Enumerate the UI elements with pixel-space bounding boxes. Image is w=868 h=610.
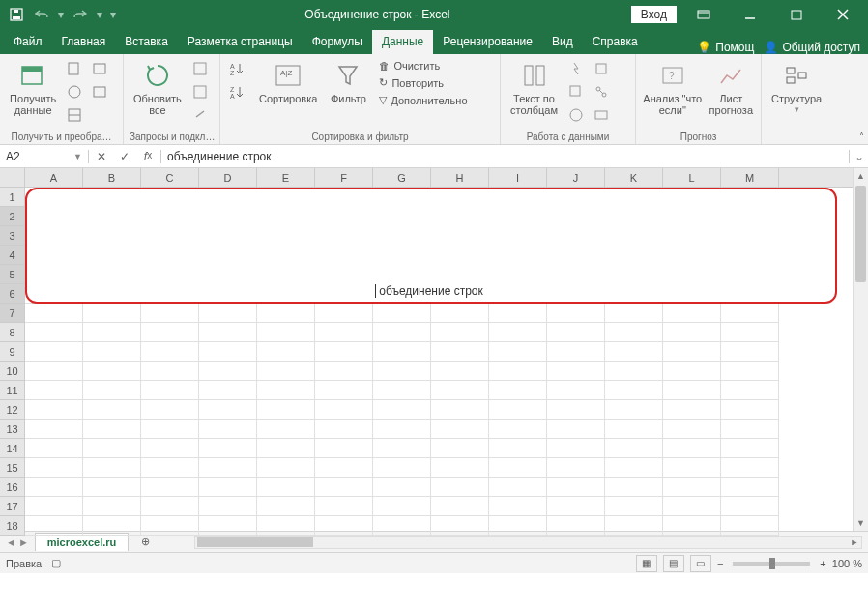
cell-G7[interactable] [373,304,431,323]
col-header-C[interactable]: C [141,168,199,187]
minimize-icon[interactable] [731,0,769,29]
data-validation-icon[interactable] [565,104,587,126]
cell-F9[interactable] [315,342,373,362]
cell-G18[interactable] [373,516,431,536]
cell-D12[interactable] [199,400,257,420]
redo-icon[interactable] [70,4,91,25]
cell-M10[interactable] [721,362,779,381]
ribbon-display-icon[interactable] [684,0,723,29]
cell-M12[interactable] [721,400,779,420]
text-to-columns-button[interactable]: Текст по столбцам [506,58,562,118]
cell-A11[interactable] [25,381,83,400]
col-header-A[interactable]: A [25,168,83,187]
cell-M7[interactable] [721,304,779,323]
cell-C12[interactable] [141,400,199,420]
row-header-18[interactable]: 18 [0,516,25,536]
row-header-6[interactable]: 6 [0,284,25,304]
cell-E14[interactable] [257,439,315,458]
cell-C11[interactable] [141,381,199,400]
tab-data[interactable]: Данные [372,30,433,54]
cell-L8[interactable] [663,323,721,342]
cell-C15[interactable] [141,458,199,478]
cell-E15[interactable] [257,458,315,478]
cell-M17[interactable] [721,497,779,516]
tab-formulas[interactable]: Формулы [303,30,372,54]
cell-M8[interactable] [721,323,779,342]
cell-I7[interactable] [489,304,547,323]
row-header-8[interactable]: 8 [0,323,25,342]
cell-A12[interactable] [25,400,83,420]
undo-icon[interactable] [31,4,52,25]
cell-D15[interactable] [199,458,257,478]
cell-A16[interactable] [25,478,83,497]
cell-G15[interactable] [373,458,431,478]
cell-I16[interactable] [489,478,547,497]
row-header-4[interactable]: 4 [0,246,25,265]
col-header-G[interactable]: G [373,168,431,187]
cell-F12[interactable] [315,400,373,420]
cell-C7[interactable] [141,304,199,323]
outline-button[interactable]: Структура ▾ [767,58,825,116]
cell-J13[interactable] [547,420,605,439]
cell-H16[interactable] [431,478,489,497]
cell-H17[interactable] [431,497,489,516]
sort-desc-icon[interactable]: ZA [226,81,247,102]
cell-E13[interactable] [257,420,315,439]
cell-B11[interactable] [83,381,141,400]
cell-G17[interactable] [373,497,431,516]
cell-K16[interactable] [605,478,663,497]
select-all-corner[interactable] [0,168,25,187]
cell-I17[interactable] [489,497,547,516]
filter-button[interactable]: Фильтр [325,58,371,106]
cell-E7[interactable] [257,304,315,323]
forecast-sheet-button[interactable]: Лист прогноза [708,58,755,118]
edit-links-icon[interactable] [189,104,211,126]
cell-L16[interactable] [663,478,721,497]
cell-J18[interactable] [547,516,605,536]
tab-home[interactable]: Главная [52,30,116,54]
cell-A14[interactable] [25,439,83,458]
cell-G12[interactable] [373,400,431,420]
cell-L14[interactable] [663,439,721,458]
cell-E16[interactable] [257,478,315,497]
collapse-ribbon-icon[interactable]: ˄ [859,131,864,142]
cell-F10[interactable] [315,362,373,381]
cell-F11[interactable] [315,381,373,400]
page-layout-view-icon[interactable]: ▤ [663,555,684,572]
get-data-button[interactable]: Получить данные [6,58,60,118]
cell-L10[interactable] [663,362,721,381]
cell-G10[interactable] [373,362,431,381]
cell-L15[interactable] [663,458,721,478]
cell-M16[interactable] [721,478,779,497]
flash-fill-icon[interactable] [565,58,587,79]
cell-I14[interactable] [489,439,547,458]
cell-D16[interactable] [199,478,257,497]
cell-H15[interactable] [431,458,489,478]
cell-K11[interactable] [605,381,663,400]
cell-L17[interactable] [663,497,721,516]
row-header-13[interactable]: 13 [0,420,25,439]
cell-F14[interactable] [315,439,373,458]
cell-C18[interactable] [141,516,199,536]
col-header-H[interactable]: H [431,168,489,187]
from-web-icon[interactable] [64,81,85,102]
cell-H9[interactable] [431,342,489,362]
tab-file[interactable]: Файл [4,30,52,54]
zoom-slider[interactable] [733,562,810,566]
cell-G8[interactable] [373,323,431,342]
cell-B12[interactable] [83,400,141,420]
enter-formula-icon[interactable]: ✓ [116,150,133,163]
cell-E9[interactable] [257,342,315,362]
cell-B7[interactable] [83,304,141,323]
scroll-down-icon[interactable]: ▼ [854,515,868,531]
cell-C10[interactable] [141,362,199,381]
recent-sources-icon[interactable] [89,58,110,79]
row-header-7[interactable]: 7 [0,304,25,323]
row-header-5[interactable]: 5 [0,265,25,284]
save-icon[interactable] [6,4,27,25]
merged-cell-selection[interactable]: объединение строк [25,188,837,304]
cell-K8[interactable] [605,323,663,342]
cell-H8[interactable] [431,323,489,342]
qat-customize-icon[interactable]: ▾ [110,8,116,21]
page-break-view-icon[interactable]: ▭ [690,555,711,572]
